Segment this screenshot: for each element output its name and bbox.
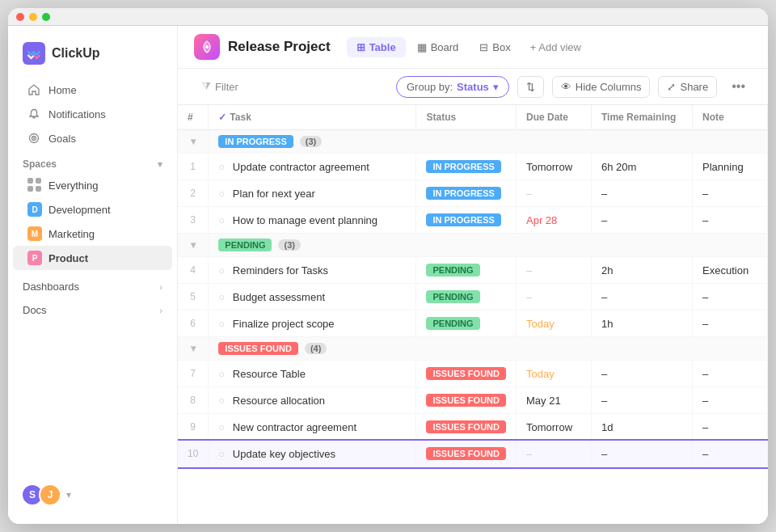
task-name-cell: ○ Budget assessment <box>209 284 416 310</box>
task-name: How to manage event planning <box>233 214 377 226</box>
filter-button[interactable]: ⧩ Filter <box>194 76 247 97</box>
task-time-remaining: 1d <box>591 414 692 441</box>
spaces-chevron[interactable]: ▾ <box>158 159 162 170</box>
task-name: Plan for next year <box>233 188 315 200</box>
development-label: Development <box>48 204 111 216</box>
sidebar-item-development[interactable]: D Development <box>13 197 172 222</box>
task-name: Reminders for Tasks <box>233 264 328 277</box>
task-check[interactable]: ○ <box>218 368 225 380</box>
project-icon <box>194 34 220 60</box>
task-check[interactable]: ○ <box>218 291 225 303</box>
box-tab-icon: ⊟ <box>479 41 488 53</box>
table-row[interactable]: 3 ○ How to manage event planning IN PROG… <box>178 207 768 234</box>
col-due-date: Due Date <box>516 105 591 130</box>
docs-chevron: › <box>159 306 162 315</box>
sidebar-item-marketing[interactable]: M Marketing <box>13 222 172 246</box>
task-name: Resource Table <box>233 368 306 380</box>
table-row[interactable]: 2 ○ Plan for next year IN PROGRESS – – – <box>178 180 768 207</box>
task-time-remaining: – <box>591 180 692 207</box>
table-row[interactable]: 4 ○ Reminders for Tasks PENDING – 2h Exe… <box>178 257 768 284</box>
spaces-label: Spaces <box>23 158 57 170</box>
svg-point-4 <box>205 45 209 49</box>
sidebar-item-product[interactable]: P Product <box>13 246 172 270</box>
table-row[interactable]: 10 ○ Update key objectives ISSUES FOUND … <box>178 441 768 467</box>
dashboards-label: Dashboards <box>23 281 79 293</box>
status-badge: IN PROGRESS <box>426 187 500 200</box>
task-status: ISSUES FOUND <box>416 441 517 467</box>
task-check[interactable]: ○ <box>218 214 225 226</box>
sidebar-item-dashboards[interactable]: Dashboards › <box>8 275 177 298</box>
logo[interactable]: ClickUp <box>8 36 177 78</box>
table-body: ▾ IN PROGRESS (3) 1 ○ Update contractor … <box>178 130 768 467</box>
task-status: PENDING <box>416 310 517 337</box>
task-status: IN PROGRESS <box>416 154 517 180</box>
sidebar-item-notifications[interactable]: Notifications <box>13 102 172 126</box>
task-check[interactable]: ○ <box>218 395 225 407</box>
add-view-label: + Add view <box>530 41 581 53</box>
task-status: IN PROGRESS <box>416 207 517 234</box>
group-by-button[interactable]: Group by: Status ▾ <box>396 76 509 98</box>
task-name: Resource allocation <box>233 395 325 407</box>
marketing-label: Marketing <box>48 228 95 240</box>
columns-sort-button[interactable]: ⇅ <box>517 76 544 98</box>
topbar: Release Project ⊞ Table ▦ Board ⊟ Box <box>178 26 768 69</box>
more-options-button[interactable]: ••• <box>725 75 752 98</box>
everything-label: Everything <box>48 179 98 192</box>
hide-columns-button[interactable]: 👁 Hide Columns <box>552 76 651 98</box>
row-num: 2 <box>178 180 209 207</box>
group-label: PENDING (3) <box>209 234 768 257</box>
tab-box[interactable]: ⊟ Box <box>470 37 520 57</box>
table-header: # ✓ Task Status Due Date Time Remaining … <box>178 105 768 130</box>
logo-icon <box>23 42 45 65</box>
share-label: Share <box>680 81 708 93</box>
row-num: 1 <box>178 154 209 180</box>
row-num: 3 <box>178 207 209 234</box>
close-dot[interactable] <box>16 13 24 21</box>
docs-label: Docs <box>23 304 47 316</box>
sidebar-item-home[interactable]: Home <box>13 78 172 102</box>
task-check[interactable]: ○ <box>218 264 225 277</box>
table-row[interactable]: 6 ○ Finalize project scope PENDING Today… <box>178 310 768 337</box>
group-chevron-cell[interactable]: ▾ <box>178 130 209 154</box>
columns-sort-icon: ⇅ <box>526 81 535 93</box>
table-row[interactable]: 5 ○ Budget assessment PENDING – – – <box>178 284 768 310</box>
task-status: PENDING <box>416 284 517 310</box>
table-row[interactable]: 7 ○ Resource Table ISSUES FOUND Today – … <box>178 361 768 387</box>
sidebar-item-docs[interactable]: Docs › <box>8 298 177 322</box>
task-check[interactable]: ○ <box>218 161 225 173</box>
task-name: New contractor agreement <box>233 421 356 433</box>
table-tab-label: Table <box>369 41 396 53</box>
col-note: Note <box>693 105 768 130</box>
task-check[interactable]: ○ <box>218 318 225 330</box>
sidebar-item-everything[interactable]: Everything <box>13 173 172 197</box>
group-badge: IN PROGRESS <box>218 135 293 148</box>
task-time-remaining: – <box>591 207 692 234</box>
user-avatars[interactable]: S J <box>21 483 61 506</box>
table-row[interactable]: 8 ○ Resource allocation ISSUES FOUND May… <box>178 387 768 414</box>
group-chevron-cell[interactable]: ▾ <box>178 234 209 257</box>
group-by-label: Group by: <box>407 81 453 93</box>
goals-label: Goals <box>48 133 76 145</box>
group-chevron-cell[interactable]: ▾ <box>178 337 209 361</box>
sidebar-item-goals[interactable]: Goals <box>13 126 172 150</box>
task-name: Update key objectives <box>233 448 335 460</box>
minimize-dot[interactable] <box>29 13 37 21</box>
share-button[interactable]: ⤢ Share <box>658 76 717 98</box>
table-row[interactable]: 9 ○ New contractor agreement ISSUES FOUN… <box>178 414 768 441</box>
product-label: Product <box>48 252 88 264</box>
board-tab-label: Board <box>431 41 459 53</box>
tab-table[interactable]: ⊞ Table <box>347 37 406 57</box>
spaces-section: Spaces ▾ <box>8 150 177 173</box>
task-due-date: May 21 <box>516 387 591 414</box>
logo-text: ClickUp <box>52 46 100 61</box>
tab-board[interactable]: ▦ Board <box>407 37 469 57</box>
task-time-remaining: 6h 20m <box>591 154 692 180</box>
task-check[interactable]: ○ <box>218 421 225 433</box>
add-view-button[interactable]: + Add view <box>522 37 589 57</box>
footer-chevron[interactable]: ▾ <box>66 489 71 500</box>
task-check[interactable]: ○ <box>218 448 225 460</box>
task-check[interactable]: ○ <box>218 188 225 200</box>
table-row[interactable]: 1 ○ Update contractor agreement IN PROGR… <box>178 154 768 180</box>
maximize-dot[interactable] <box>42 13 50 21</box>
app-window: ClickUp Home Notifications Goals <box>8 8 768 524</box>
